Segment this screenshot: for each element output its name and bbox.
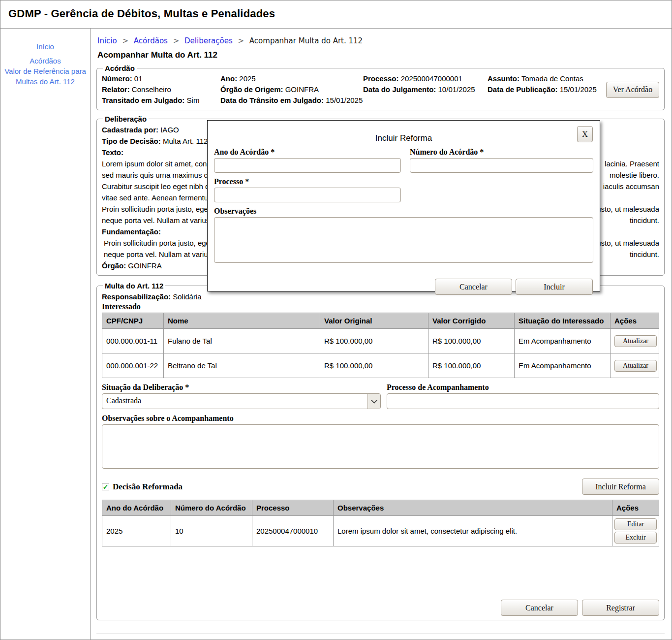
ver-acordao-button[interactable]: Ver Acórdão — [606, 82, 659, 98]
acordao-orgao-origem: Órgão de Origem: GOINFRA — [220, 84, 363, 95]
modal-ano-acordao-input[interactable] — [214, 158, 401, 173]
modal-observacoes-textarea[interactable] — [214, 217, 593, 263]
cell-cpf: 000.000.001-22 — [102, 353, 164, 378]
modal-close-button[interactable]: X — [577, 126, 593, 142]
table-row: 000.000.001-11 Fulano de Tal R$ 100.000,… — [102, 329, 659, 353]
interessado-label: Interessado — [102, 302, 659, 311]
breadcrumb-separator: > — [173, 36, 180, 45]
decisao-reformada-checkbox[interactable]: ✓ Decisão Reformada — [102, 482, 183, 492]
cell-cpf: 000.000.001-11 — [102, 329, 164, 353]
acordao-ano: Ano: 2025 — [220, 73, 363, 84]
col-header-observacoes: Observações — [334, 500, 612, 516]
col-header-numero-acordao: Número do Acórdão — [171, 500, 252, 516]
breadcrumb-link-inicio[interactable]: Início — [97, 36, 117, 45]
acordao-transitado: Transitado em Julgado: Sim — [102, 95, 220, 106]
app-title: GDMP - Gerência de Débitos, Multas e Pen… — [8, 7, 664, 20]
modal-title: Incluir Reforma — [214, 133, 593, 143]
chevron-down-icon — [367, 394, 380, 409]
acordao-data-publicacao: Data de Publicação: 15/01/2025 — [488, 84, 606, 95]
col-header-valor-original: Valor Original — [320, 313, 428, 329]
acordao-fieldset: Acórdão Número: 01 Ano: 2025 Processo: 2… — [96, 64, 665, 110]
cell-valor-original: R$ 100.000,00 — [320, 353, 428, 378]
table-row: 000.000.001-22 Beltrano de Tal R$ 100.00… — [102, 353, 659, 378]
modal-processo-label: Processo * — [214, 177, 401, 186]
modal-numero-acordao-input[interactable] — [410, 158, 593, 173]
decisao-reformada-label: Decisão Reformada — [113, 482, 183, 492]
deliberacao-legend: Deliberação — [103, 115, 149, 123]
incluir-reforma-button[interactable]: Incluir Reforma — [582, 479, 659, 495]
interessado-table: CPF/CNPJ Nome Valor Original Valor Corri… — [102, 313, 659, 378]
reformas-table: Ano do Acórdão Número do Acórdão Process… — [102, 500, 659, 546]
editar-button[interactable]: Editar — [614, 518, 657, 530]
acordao-numero: Número: 01 — [102, 73, 220, 84]
atualizar-button[interactable]: Atualizar — [614, 360, 657, 372]
col-header-acoes: Ações — [612, 500, 659, 516]
cell-situacao: Em Acompanhamento — [515, 329, 611, 353]
sidebar-item-valor-referencia[interactable]: Valor de Referência para Multas do Art. … — [4, 66, 86, 87]
breadcrumb-separator: > — [122, 36, 128, 45]
processo-acompanhamento-input[interactable] — [387, 393, 659, 409]
acordao-data-julgamento: Data do Julgamento: 10/01/2025 — [363, 84, 488, 95]
sidebar-item-acordaos[interactable]: Acórdãos — [4, 56, 86, 66]
breadcrumb-separator: > — [238, 36, 244, 45]
cell-numero: 10 — [171, 516, 252, 546]
table-row: 2025 10 202500047000010 Lorem ipsum dolo… — [102, 516, 659, 546]
modal-processo-input[interactable] — [214, 188, 401, 202]
sidebar: Início Acórdãos Valor de Referência para… — [0, 29, 91, 640]
breadcrumb: Início > Acórdãos > Deliberações > Acomp… — [97, 36, 665, 45]
observacoes-acompanhamento-textarea[interactable] — [102, 424, 659, 469]
page-title: Acompanhar Multa do Art. 112 — [97, 50, 665, 60]
cell-valor-corrigido: R$ 100.000,00 — [428, 353, 515, 378]
acordao-relator: Relator: Conselheiro — [102, 84, 220, 95]
registrar-button[interactable]: Registrar — [582, 600, 659, 616]
app-header: GDMP - Gerência de Débitos, Multas e Pen… — [0, 0, 672, 29]
acordao-processo: Processo: 202500047000001 — [363, 73, 488, 84]
acordao-assunto: Assunto: Tomada de Contas — [488, 73, 606, 84]
atualizar-button[interactable]: Atualizar — [614, 335, 657, 347]
col-header-cpf: CPF/CNPJ — [102, 313, 164, 329]
cell-valor-original: R$ 100.000,00 — [320, 329, 428, 353]
cancelar-button[interactable]: Cancelar — [501, 600, 578, 616]
modal-incluir-button[interactable]: Incluir — [516, 279, 593, 295]
checkbox-check-icon: ✓ — [102, 483, 109, 490]
observacoes-acompanhamento-label: Observações sobre o Acompanhamento — [102, 414, 659, 423]
cell-observacoes: Lorem ipsum dolor sit amet, consectetur … — [334, 516, 612, 546]
breadcrumb-link-deliberacoes[interactable]: Deliberações — [184, 36, 233, 45]
col-header-acoes: Ações — [611, 313, 659, 329]
modal-cancelar-button[interactable]: Cancelar — [435, 279, 512, 295]
acordao-legend: Acórdão — [103, 64, 137, 72]
cell-nome: Fulano de Tal — [164, 329, 320, 353]
cell-processo: 202500047000010 — [252, 516, 334, 546]
sidebar-item-inicio[interactable]: Início — [4, 41, 86, 52]
incluir-reforma-modal: X Incluir Reforma Ano do Acórdão * Númer… — [207, 120, 600, 291]
page: GDMP - Gerência de Débitos, Multas e Pen… — [0, 0, 672, 640]
situacao-deliberacao-select[interactable]: Cadastrada — [102, 393, 381, 409]
cell-valor-corrigido: R$ 100.000,00 — [428, 329, 515, 353]
multa-legend: Multa do Art. 112 — [103, 282, 165, 290]
cell-ano: 2025 — [102, 516, 171, 546]
situacao-deliberacao-label: Situação da Deliberação * — [102, 383, 381, 392]
acordao-data-transito: Data do Trânsito em Julgado: 15/01/2025 — [220, 95, 488, 106]
col-header-processo: Processo — [252, 500, 334, 516]
col-header-valor-corrigido: Valor Corrigido — [428, 313, 515, 329]
col-header-ano-acordao: Ano do Acórdão — [102, 500, 171, 516]
breadcrumb-link-acordaos[interactable]: Acórdãos — [134, 36, 168, 45]
modal-observacoes-label: Observações — [214, 207, 593, 216]
multa-fieldset: Multa do Art. 112 Responsabilização: Sol… — [96, 282, 665, 620]
modal-ano-acordao-label: Ano do Acórdão * — [214, 148, 401, 157]
col-header-situacao: Situação do Interessado — [515, 313, 611, 329]
processo-acompanhamento-label: Processo de Acompanhamento — [387, 383, 659, 392]
cell-situacao: Em Acompanhamento — [515, 353, 611, 378]
modal-numero-acordao-label: Número do Acórdão * — [410, 148, 593, 157]
col-header-nome: Nome — [164, 313, 320, 329]
breadcrumb-current: Acompanhar Multa do Art. 112 — [249, 36, 363, 45]
excluir-button[interactable]: Excluir — [614, 532, 657, 544]
cell-nome: Beltrano de Tal — [164, 353, 320, 378]
footer: Tribunal de Contas do Estado de Goiás - … — [96, 634, 665, 640]
